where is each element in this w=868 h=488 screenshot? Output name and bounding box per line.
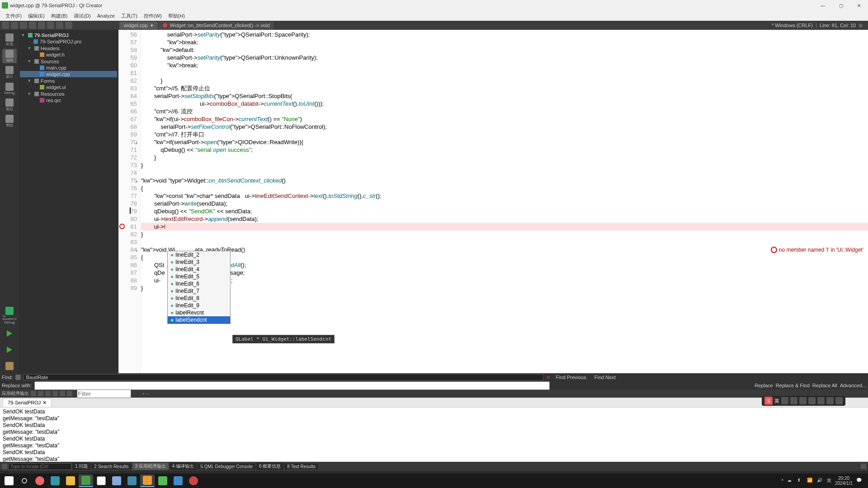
pane-output[interactable]: 3 应用程序输出 xyxy=(132,463,169,470)
debug-run-button[interactable] xyxy=(2,343,17,357)
split-icon[interactable]: ⊞ xyxy=(859,23,863,28)
tree-folder[interactable]: Sources xyxy=(41,59,59,64)
output-btn[interactable] xyxy=(67,391,72,396)
tray-volume-icon[interactable]: 🔊 xyxy=(817,478,823,484)
code-editor[interactable]: 565758596061626364656667686970▾717273747… xyxy=(118,30,868,373)
tree-item[interactable]: 79-SerialPROJ.pro xyxy=(40,39,81,44)
tray-wifi-icon[interactable]: 📶 xyxy=(807,478,813,484)
taskbar-app[interactable] xyxy=(125,474,139,487)
toolbar-button[interactable] xyxy=(65,22,72,29)
tray-icon[interactable]: ☁ xyxy=(787,478,793,484)
ime-lang[interactable]: 英 xyxy=(774,398,779,404)
autocomplete-popup[interactable]: ● lineEdit_2● lineEdit_3● lineEdit_4● li… xyxy=(167,251,231,324)
taskbar-app[interactable] xyxy=(109,474,124,487)
mode-welcome[interactable]: 欢迎 xyxy=(2,33,17,47)
pane-issues[interactable]: 1 问题 xyxy=(72,463,90,470)
menu-file[interactable]: 文件(F) xyxy=(3,12,24,20)
toolbar-button[interactable] xyxy=(47,22,54,29)
advanced-button[interactable]: Advanced... xyxy=(840,383,866,388)
taskbar-app[interactable] xyxy=(79,474,93,487)
run-button[interactable] xyxy=(2,326,17,341)
taskbar-app[interactable] xyxy=(48,474,62,487)
maximize-button[interactable]: ▢ xyxy=(834,2,848,9)
encoding-indicator[interactable]: * Windows (CRLF) xyxy=(772,23,813,28)
taskbar-app[interactable] xyxy=(33,474,47,487)
locator-icon[interactable] xyxy=(2,464,7,469)
tree-folder[interactable]: Forms xyxy=(41,78,55,84)
tree-item[interactable]: widget.ui xyxy=(46,84,66,90)
toolbar-button[interactable] xyxy=(11,22,18,29)
start-button[interactable] xyxy=(2,474,16,487)
menu-help[interactable]: 帮助(H) xyxy=(165,12,188,20)
ime-button[interactable] xyxy=(799,397,807,404)
find-options-icon[interactable] xyxy=(15,375,21,380)
editor-tab[interactable]: widget.cpp▾ xyxy=(119,22,158,29)
mode-edit[interactable]: 编辑 xyxy=(2,49,17,63)
menu-debug[interactable]: 调试(D) xyxy=(71,12,93,20)
output-btn[interactable] xyxy=(52,391,58,396)
pane-toggle-icon[interactable] xyxy=(861,464,866,469)
ime-button[interactable] xyxy=(835,397,843,404)
mode-debug[interactable]: Debug xyxy=(2,81,17,96)
autocomplete-item[interactable]: ● labelSendcnt xyxy=(168,316,230,324)
autocomplete-item[interactable]: ● lineEdit_6 xyxy=(168,280,230,287)
ime-logo-icon[interactable]: S xyxy=(764,397,773,405)
output-filter[interactable] xyxy=(77,389,131,398)
toolbar-button[interactable] xyxy=(56,22,63,29)
output-btn[interactable] xyxy=(45,391,51,396)
taskbar-app[interactable] xyxy=(171,474,185,487)
ime-panel[interactable]: S 英 xyxy=(762,396,845,406)
find-prev-button[interactable]: Find Previous xyxy=(553,375,589,380)
editor-tab-symbol[interactable]: Widget::on_btnSendContext_clicked() -> v… xyxy=(158,22,275,29)
ime-button[interactable] xyxy=(808,397,816,404)
tree-item[interactable]: main.cpp xyxy=(46,65,66,70)
tray-notifications-icon[interactable]: 💬 xyxy=(856,478,863,484)
build-button[interactable] xyxy=(2,359,17,373)
tray-ime[interactable]: 英 xyxy=(827,478,831,484)
find-input[interactable] xyxy=(24,374,543,380)
search-button[interactable] xyxy=(17,474,32,487)
tree-item[interactable]: widget.h xyxy=(46,52,65,57)
locator-input[interactable] xyxy=(8,463,71,470)
cursor-position[interactable]: Line: 81, Col: 10 xyxy=(820,23,856,28)
minimize-button[interactable]: — xyxy=(816,2,830,9)
menu-edit[interactable]: 编辑(E) xyxy=(25,12,47,20)
autocomplete-item[interactable]: ● lineEdit_5 xyxy=(168,273,230,280)
replace-button[interactable]: Replace xyxy=(755,383,773,388)
tree-item[interactable]: widget.cpp xyxy=(46,71,70,77)
tray-date[interactable]: 2024/1/1 xyxy=(835,481,853,486)
replace-input[interactable] xyxy=(34,381,550,390)
find-close-button[interactable]: ✕ xyxy=(546,375,550,380)
menu-tools[interactable]: 工具(T) xyxy=(118,12,140,20)
autocomplete-item[interactable]: ● labelRevcnt xyxy=(168,309,230,316)
project-tree[interactable]: ▾79-SerialPROJ 79-SerialPROJ.pro ▾Header… xyxy=(19,30,118,373)
tray-chevron-icon[interactable]: ^ xyxy=(781,479,783,483)
pane-search[interactable]: 2 Search Results xyxy=(91,464,131,469)
ime-button[interactable] xyxy=(790,397,797,404)
pane-test[interactable]: 8 Test Results xyxy=(284,464,318,469)
tray-time[interactable]: 20:20 xyxy=(835,476,853,481)
kit-selector[interactable]: 79-SerialPROJDebug xyxy=(2,306,17,324)
autocomplete-item[interactable]: ● lineEdit_8 xyxy=(168,295,230,302)
mode-design[interactable]: 设计 xyxy=(2,65,17,80)
autocomplete-item[interactable]: ● lineEdit_2 xyxy=(168,251,230,258)
menu-widgets[interactable]: 控件(W) xyxy=(141,12,165,20)
project-root[interactable]: 79-SerialPROJ xyxy=(34,33,69,38)
line-gutter[interactable]: 565758596061626364656667686970▾717273747… xyxy=(118,30,141,373)
pane-compile[interactable]: 4 编译输出 xyxy=(170,463,197,470)
toolbar-button[interactable] xyxy=(2,22,9,29)
tree-item[interactable]: res.qrc xyxy=(46,98,61,103)
toolbar-button[interactable] xyxy=(20,22,27,29)
ime-button[interactable] xyxy=(781,397,788,404)
find-next-button[interactable]: Find Next xyxy=(592,375,618,380)
close-button[interactable]: ✕ xyxy=(852,2,866,9)
menu-build[interactable]: 构建(B) xyxy=(48,12,71,20)
mode-projects[interactable]: 项目 xyxy=(2,98,17,112)
output-btn[interactable] xyxy=(31,391,36,396)
mode-help[interactable]: 帮助 xyxy=(2,114,17,128)
tray-icon[interactable]: ⬆ xyxy=(797,478,803,484)
tree-folder[interactable]: Headers xyxy=(41,46,60,51)
autocomplete-item[interactable]: ● lineEdit_9 xyxy=(168,302,230,309)
code-area[interactable]: serialPort->setParity("type">QSerialPort… xyxy=(141,30,868,373)
pane-general[interactable]: 6 概要信息 xyxy=(256,463,283,470)
